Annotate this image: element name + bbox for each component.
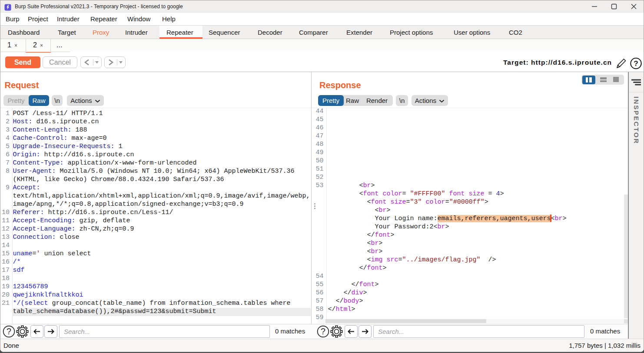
svg-text:?: ? xyxy=(634,59,638,68)
svg-text:?: ? xyxy=(7,327,11,336)
svg-text:?: ? xyxy=(321,327,325,336)
